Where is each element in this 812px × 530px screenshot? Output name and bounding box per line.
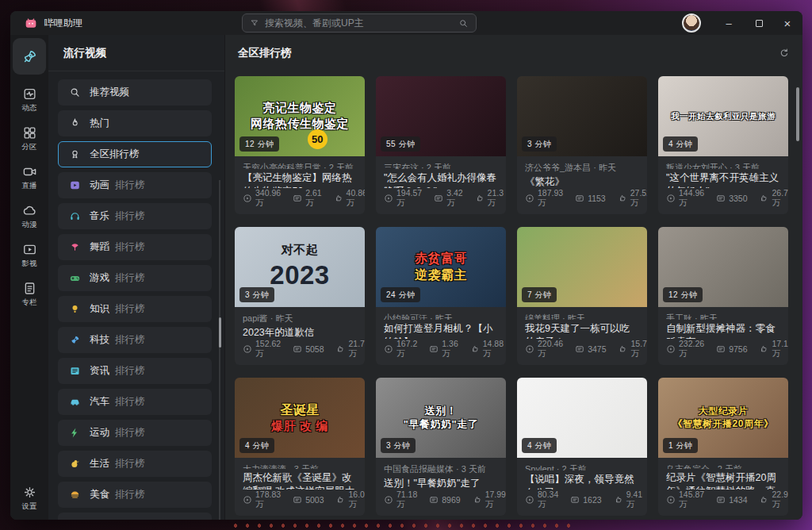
nav-rail-item-doc[interactable]: 专栏 <box>22 281 37 308</box>
video-thumbnail: 亮记生物鉴定网络热传生物鉴定12 分钟 50 <box>235 76 365 156</box>
nav-rail-item-settings[interactable]: 设置 <box>22 485 37 512</box>
sidebar-item-suffix: 排行榜 <box>125 519 155 520</box>
danmaku-count-icon <box>716 344 726 354</box>
danmaku-count: 3475 <box>588 344 606 354</box>
close-button[interactable]: × <box>776 11 799 35</box>
like-count-icon <box>473 495 482 505</box>
duration-badge: 7 分钟 <box>522 287 557 302</box>
nav-rail-label: 动态 <box>22 103 37 113</box>
app-window: 哔哩助理 – × 动态 分区 直 <box>10 11 802 520</box>
sidebar-item-label: 游戏 <box>90 271 109 285</box>
danmaku-count: 8969 <box>442 495 460 505</box>
video-title: 自制新型摆摊神器：零食贩卖车 <box>666 322 780 339</box>
like-count-icon <box>470 344 480 354</box>
video-thumbnail: 送别！"早餐奶奶"走了3 分钟 <box>376 378 506 458</box>
video-byline: 济公爷爷_游本昌 · 昨天 <box>525 162 639 173</box>
video-card[interactable]: 7 分钟 绵羊料理 · 昨天 我花9天建了一栋可以吃的房子！ 220.46万 3… <box>517 227 647 365</box>
video-card[interactable]: 亮记生物鉴定网络热传生物鉴定12 分钟 50 无穷小亮的科普日常 · 2 天前 … <box>235 76 365 214</box>
video-card[interactable]: 12 分钟 手工耿 · 昨天 自制新型摆摊神器：零食贩卖车 232.26万 97… <box>658 227 788 365</box>
sidebar-item-label: 运动 <box>90 426 109 440</box>
nav-rail-item-grid[interactable]: 分区 <box>22 125 37 152</box>
like-count: 26.7万 <box>772 188 787 209</box>
car-icon <box>69 396 81 408</box>
sidebar-scrollbar-track[interactable] <box>219 180 220 520</box>
sidebar-item[interactable]: 动物圈 排行榜 <box>58 513 212 520</box>
search-input[interactable] <box>265 17 453 29</box>
duration-badge: 3 分钟 <box>381 438 416 453</box>
video-title: 周杰伦新歌《圣诞星》改编翻唱 改成这样实属胆大妄为 <box>243 471 357 490</box>
sidebar-item[interactable]: 游戏 排行榜 <box>58 265 212 291</box>
video-thumbnail: 12 分钟 <box>658 227 788 307</box>
sidebar-item[interactable]: 推荐视频 <box>58 79 212 106</box>
video-thumbnail: 7 分钟 <box>517 227 647 307</box>
video-byline: papi酱 · 昨天 <box>243 313 357 324</box>
sidebar-item-label: 全区排行榜 <box>90 148 140 161</box>
medal-icon <box>69 148 81 160</box>
like-count: 17.11万 <box>772 339 788 359</box>
video-thumbnail: 圣诞星爆肝 改 编4 分钟 <box>235 378 365 458</box>
sidebar-item[interactable]: 运动 排行榜 <box>58 420 212 446</box>
gamepad-icon <box>69 272 81 284</box>
sidebar-item[interactable]: 知识 排行榜 <box>58 296 212 322</box>
nav-rail-item-cloud[interactable]: 动漫 <box>22 203 37 230</box>
nav-rail-item-activity[interactable]: 动态 <box>22 86 37 113</box>
sidebar-item[interactable]: 舞蹈 排行榜 <box>58 234 212 260</box>
nav-rail-label: 直播 <box>22 181 37 191</box>
sidebar-item[interactable]: 动画 排行榜 <box>58 172 212 198</box>
thumbnail-overlay-text: 逆袭霸主 <box>412 267 470 283</box>
video-byline: 绵羊料理 · 昨天 <box>525 313 639 320</box>
video-card[interactable]: 赤贫富哥逆袭霸主24 分钟 小约翰可汗 · 昨天 如何打造登月相机？【小约翰】 … <box>376 227 506 365</box>
thumbnail-number-badge: 50 <box>308 129 327 149</box>
search-icon[interactable] <box>458 18 469 29</box>
danmaku-count: 5003 <box>305 495 324 505</box>
video-card[interactable]: 4 分钟 Spylent · 2 天前 【说唱】深夜，领导竟然在公司... 80… <box>517 378 647 516</box>
sidebar-item[interactable]: 资讯 排行榜 <box>58 358 212 384</box>
sidebar-item[interactable]: 汽车 排行榜 <box>58 389 212 415</box>
video-title: "这个世界离不开英雄主义的年轻人" <box>666 171 780 188</box>
like-count: 21.74万 <box>348 339 365 359</box>
refresh-button[interactable] <box>779 48 790 59</box>
rocket-icon <box>21 48 38 65</box>
sidebar-item[interactable]: 热门 <box>58 110 212 136</box>
play-count: 232.26万 <box>679 339 704 359</box>
video-thumbnail: 对不起20233 分钟 <box>235 227 365 307</box>
maximize-button[interactable] <box>747 11 771 35</box>
video-title: 我花9天建了一栋可以吃的房子！ <box>525 322 639 339</box>
sidebar-item[interactable]: 生活 排行榜 <box>58 451 212 477</box>
main-scrollbar-thumb[interactable] <box>796 87 799 141</box>
search-box[interactable] <box>242 13 477 33</box>
sidebar-item[interactable]: 美食 排行榜 <box>58 482 212 508</box>
food-icon <box>69 489 81 501</box>
sidebar-item[interactable]: 音乐 排行榜 <box>58 203 212 229</box>
play-count-icon <box>243 344 252 354</box>
nav-rail-item-camera[interactable]: 直播 <box>22 164 37 191</box>
like-count: 22.95万 <box>772 490 788 510</box>
danmaku-count: 9756 <box>729 344 747 354</box>
like-count-icon <box>475 194 485 203</box>
video-card[interactable]: 我一开始去叙利亚只是旅游4 分钟 叛逆少女刘开心 · 3 天前 "这个世界离不开… <box>658 76 788 214</box>
video-byline: Spylent · 2 天前 <box>525 463 639 470</box>
sidebar-scrollbar-thumb[interactable] <box>219 317 221 348</box>
maximize-icon <box>756 20 763 27</box>
user-avatar[interactable] <box>682 13 701 33</box>
video-card[interactable]: 55 分钟 三宋在这 · 2 天前 "怎么会有人婚礼办得像春晚啊？？？" 194… <box>376 76 506 214</box>
sidebar-item-suffix: 排行榜 <box>115 179 145 192</box>
video-card[interactable]: 对不起20233 分钟 papi酱 · 昨天 2023年的道歉信 152.62万… <box>235 227 365 365</box>
video-card[interactable]: 大型纪录片《智慧树开播20周年》1 分钟 乌市鱼宗介 · 2 天前 纪录片《智慧… <box>658 378 788 516</box>
video-byline: 无穷小亮的科普日常 · 2 天前 <box>243 162 357 169</box>
sidebar-item-label: 动物圈 <box>90 519 120 520</box>
nav-rail-item-tvplay[interactable]: 影视 <box>22 242 37 269</box>
thumbnail-overlay-text: 送别！ <box>422 405 461 417</box>
nav-rail-item-popular[interactable] <box>13 38 46 75</box>
danmaku-count-icon <box>434 194 443 203</box>
video-card[interactable]: 圣诞星爆肝 改 编4 分钟 大力滴滴滴 · 3 天前 周杰伦新歌《圣诞星》改编翻… <box>235 378 365 516</box>
like-count-icon <box>335 344 345 354</box>
sidebar-item[interactable]: 全区排行榜 <box>58 141 212 167</box>
video-card[interactable]: 送别！"早餐奶奶"走了3 分钟 中国食品报融媒体 · 3 天前 送别！"早餐奶奶… <box>376 378 506 516</box>
minimize-button[interactable]: – <box>717 11 741 35</box>
video-card[interactable]: 3 分钟 济公爷爷_游本昌 · 昨天 《繁花》 187.93万 1153 27.… <box>517 76 647 214</box>
sidebar-item-label: 热门 <box>90 117 109 130</box>
sidebar-item-suffix: 排行榜 <box>115 488 145 501</box>
sidebar-item-suffix: 排行榜 <box>115 271 145 285</box>
sidebar-item[interactable]: 科技 排行榜 <box>58 327 212 353</box>
